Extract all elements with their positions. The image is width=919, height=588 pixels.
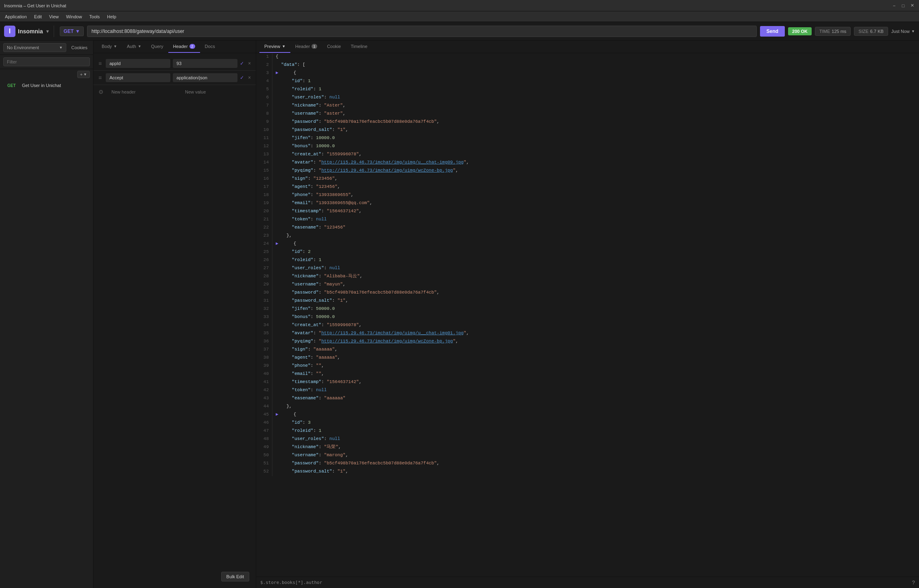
bulk-edit-button[interactable]: Bulk Edit [221,572,249,581]
new-header-settings-icon: ⚙ [97,89,105,95]
header-row-accept: ≡ ✓ × [94,71,256,85]
app-logo: I [4,26,15,37]
menu-window[interactable]: Window [63,13,85,20]
code-line-45: 45▶ { [256,411,919,419]
code-line-41: 41 "timestamp": "1564637142", [256,379,919,387]
window-controls: − □ ✕ [891,3,915,9]
bottom-bar: ? [256,577,919,588]
minimize-button[interactable]: − [891,3,897,9]
url-input[interactable] [87,26,757,37]
code-line-2: 2 "data": [ [256,61,919,70]
header-list: ≡ ✓ × ≡ ✓ × [94,53,256,565]
tab-header-label: Header [173,44,188,49]
sidebar-actions: + ▼ [0,69,93,80]
menu-application[interactable]: Application [2,13,30,20]
code-line-1: 1{ [256,53,919,61]
tab-query[interactable]: Query [146,41,168,53]
bulk-edit-area: Bulk Edit [94,565,256,588]
code-line-51: 51 "password": "b5cf498b70a176efeacbc5b0… [256,460,919,468]
response-tab-cookie[interactable]: Cookie [322,41,346,53]
time-badge: TIME125 ms [815,27,851,36]
send-button[interactable]: Send [760,26,785,37]
check-icon-1[interactable]: ✓ [240,61,244,66]
code-line-50: 50 "username": "marong", [256,452,919,460]
code-line-14: 14 "avatar": "http://115.29.46.73/imchat… [256,159,919,167]
cookies-button[interactable]: Cookies [69,44,90,51]
code-line-36: 36 "pyqimg": "http://115.29.46.73/imchat… [256,338,919,346]
new-header-key-input[interactable] [108,87,179,96]
plus-icon: + [80,72,83,77]
code-line-13: 13 "create_at": "1559996078", [256,151,919,159]
tab-header[interactable]: Header 2 [168,41,200,53]
add-chevron: ▼ [83,72,87,76]
code-line-31: 31 "password_salt": "1", [256,297,919,305]
header-value-appid[interactable] [173,59,237,68]
tab-docs-label: Docs [205,44,215,49]
response-tab-header[interactable]: Header 1 [290,41,322,53]
code-line-29: 29 "username": "mayun", [256,281,919,289]
response-tab-preview[interactable]: Preview ▼ [259,41,290,53]
code-line-27: 27 "user_roles": null [256,265,919,273]
menu-edit[interactable]: Edit [31,13,45,20]
main-panel: Body ▼ Auth ▼ Query Header 2 [94,41,919,588]
response-tabs: Preview ▼ Header 1 Cookie Timeline [256,41,919,53]
code-line-46: 46 "id": 3 [256,419,919,427]
code-line-35: 35 "avatar": "http://115.29.46.73/imchat… [256,330,919,338]
sidebar-method-tag: GET [7,83,19,88]
help-icon[interactable]: ? [912,579,915,586]
time-label: TIME [819,29,830,34]
code-line-47: 47 "roleid": 1 [256,427,919,436]
tab-auth[interactable]: Auth ▼ [122,41,146,53]
header-key-accept[interactable] [106,73,170,82]
size-badge: SIZE6.7 KB [854,27,888,36]
title-bar: Insomnia – Get User in Unichat − □ ✕ [0,0,919,11]
maximize-button[interactable]: □ [900,3,906,9]
sidebar-item-get-user[interactable]: GET Get User in Unichat [2,81,91,90]
response-panel: Preview ▼ Header 1 Cookie Timeline 1 [256,41,919,588]
menu-tools[interactable]: Tools [86,13,103,20]
code-line-15: 15 "pyqimg": "http://115.29.46.73/imchat… [256,167,919,175]
drag-handle-1[interactable]: ≡ [97,60,103,67]
delete-icon-1[interactable]: × [246,61,253,66]
menu-bar: Application Edit View Window Tools Help [0,11,919,22]
sidebar-item-label: Get User in Unichat [22,83,61,88]
menu-help[interactable]: Help [104,13,120,20]
add-options-button[interactable]: + ▼ [77,71,90,78]
jq-query-input[interactable] [260,580,909,585]
close-button[interactable]: ✕ [909,3,915,9]
code-line-21: 21 "token": null [256,216,919,224]
request-tabs: Body ▼ Auth ▼ Query Header 2 [94,41,256,53]
code-line-38: 38 "agent": "aaaaaa", [256,354,919,362]
filter-input[interactable] [3,57,90,66]
env-chevron: ▼ [59,46,63,50]
delete-icon-2[interactable]: × [246,75,253,81]
header-key-appid[interactable] [106,59,170,68]
method-select[interactable]: GET ▼ [60,26,84,36]
code-line-7: 7 "nickname": "Aster", [256,102,919,110]
just-now-label: Just Now [891,29,910,34]
code-line-11: 11 "jifen": 10000.0 [256,135,919,143]
drag-handle-2[interactable]: ≡ [97,74,103,81]
tab-docs[interactable]: Docs [200,41,220,53]
code-line-17: 17 "agent": "123456", [256,183,919,192]
json-code-view: 1{2 "data": [3▶ {4 "id": 15 "roleid": 16… [256,53,919,577]
env-select[interactable]: No Environment ▼ [3,43,66,52]
code-line-16: 16 "sign": "123456", [256,175,919,183]
brand-chevron[interactable]: ▼ [45,29,50,34]
code-line-19: 19 "email": "13933869655@qq.com", [256,200,919,208]
response-tab-timeline[interactable]: Timeline [346,41,372,53]
menu-view[interactable]: View [46,13,62,20]
tab-auth-label: Auth [127,44,136,49]
code-line-40: 40 "email": "", [256,370,919,379]
code-line-52: 52 "password_salt": "1", [256,468,919,476]
preview-chevron[interactable]: ▼ [282,44,285,48]
sidebar-filter [0,55,93,69]
method-chevron: ▼ [75,28,80,34]
check-icon-2[interactable]: ✓ [240,75,244,81]
app: I Insomnia ▼ GET ▼ Send 200 OK TIME125 m… [0,22,919,588]
header-value-accept[interactable] [173,73,237,82]
new-header-value-input[interactable] [181,87,253,96]
code-line-22: 22 "easename": "123456" [256,224,919,232]
tab-body[interactable]: Body ▼ [97,41,122,53]
new-header-row: ⚙ [94,85,256,99]
